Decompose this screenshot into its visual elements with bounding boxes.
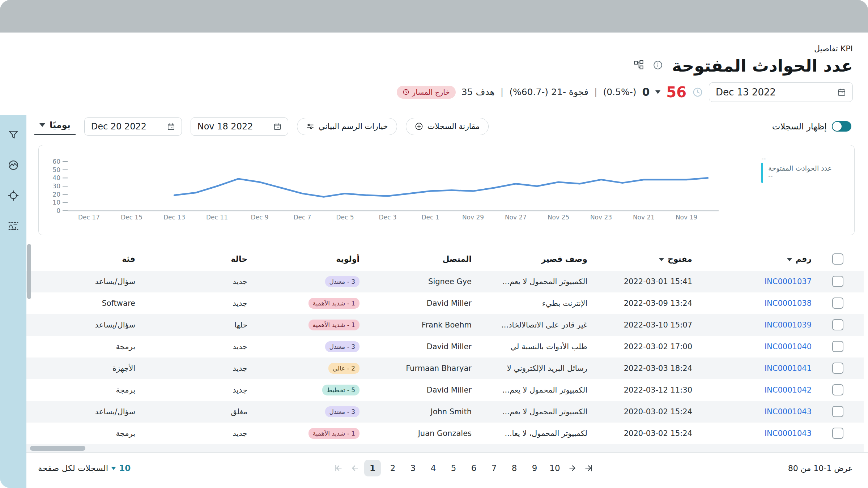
- table-row[interactable]: INC00010422022-03-12 11:30الكمبيوتر المح…: [26, 379, 864, 401]
- page-button[interactable]: 8: [506, 460, 523, 476]
- kpi-line-chart[interactable]: 0102030405060Dec 17Dec 15Dec 13Dec 11Dec…: [39, 145, 748, 234]
- show-records-toggle[interactable]: [832, 121, 851, 132]
- state-cell: جديد: [151, 336, 263, 358]
- threshold-icon[interactable]: [8, 221, 19, 231]
- first-page-icon[interactable]: [332, 462, 345, 474]
- chart-options-button[interactable]: خيارات الرسم البياني: [297, 118, 397, 135]
- sliders-icon: [306, 122, 314, 130]
- svg-text:Nov 29: Nov 29: [462, 214, 484, 221]
- page-button[interactable]: 10: [546, 460, 563, 476]
- info-icon[interactable]: [653, 60, 663, 71]
- state-cell: جديد: [151, 358, 263, 379]
- svg-text:Nov 19: Nov 19: [676, 214, 697, 221]
- incident-link[interactable]: INC0001042: [765, 386, 812, 394]
- vertical-scrollbar[interactable]: [27, 244, 31, 299]
- breakdown-hierarchy-icon[interactable]: [634, 60, 644, 72]
- caller-cell: David Miller: [427, 386, 472, 394]
- description-cell: الكمبيوتر المحمول لا يعم...: [488, 271, 603, 292]
- column-header-category[interactable]: فئة: [26, 248, 151, 271]
- page-button[interactable]: 3: [405, 460, 421, 476]
- row-checkbox[interactable]: [832, 276, 843, 287]
- priority-badge: 3 - معتدل: [325, 276, 359, 287]
- state-cell: جديد: [151, 423, 263, 444]
- page-button[interactable]: 6: [465, 460, 482, 476]
- legend-series-name[interactable]: عدد الحوادث المفتوحة: [768, 163, 832, 172]
- select-all-checkbox[interactable]: [832, 253, 843, 265]
- incident-link[interactable]: INC0001038: [765, 299, 812, 308]
- column-header-state[interactable]: حالة: [151, 248, 263, 271]
- legend-threshold-dashes: --: [768, 172, 832, 179]
- incident-link[interactable]: INC0001040: [765, 342, 812, 351]
- incident-link[interactable]: INC0001039: [765, 321, 812, 329]
- trend-icon[interactable]: [8, 160, 19, 171]
- table-row[interactable]: INC00010392022-03-10 15:07غير قادر على ا…: [26, 314, 864, 336]
- kpi-target: هدف 35: [461, 87, 495, 97]
- column-header-number[interactable]: رقم: [708, 248, 827, 271]
- previous-page-icon[interactable]: [348, 462, 361, 474]
- date-range-start-input[interactable]: Dec 20 2022: [84, 117, 182, 136]
- description-cell: الكمبيوتر المحمول لا يعم...: [488, 379, 603, 401]
- page-button[interactable]: 1: [364, 460, 381, 476]
- compare-records-button[interactable]: مقارنة السجلات: [406, 118, 489, 135]
- analytics-sidebar: [0, 115, 26, 488]
- svg-text:Dec 15: Dec 15: [121, 214, 142, 221]
- row-checkbox[interactable]: [832, 363, 843, 374]
- table-row[interactable]: INC00010402022-03-02 17:00طلب الأدوات با…: [26, 336, 864, 358]
- row-checkbox[interactable]: [832, 341, 843, 352]
- category-cell: Software: [26, 292, 151, 314]
- page-button[interactable]: 2: [384, 460, 401, 476]
- table-row[interactable]: INC00010382022-03-09 13:24الإنترنت بطيءD…: [26, 292, 864, 314]
- page-button[interactable]: 9: [526, 460, 543, 476]
- page-button[interactable]: 5: [445, 460, 462, 476]
- row-checkbox[interactable]: [832, 406, 843, 417]
- incident-link[interactable]: INC0001043: [765, 429, 812, 438]
- opened-cell: 2022-03-01 15:41: [624, 277, 692, 286]
- legend-target-dashes: --: [761, 155, 832, 162]
- caller-cell: Signee Gye: [428, 277, 472, 286]
- calendar-icon: [837, 88, 846, 97]
- table-row[interactable]: INC00010432020-03-02 15:24الكمبيوتر المح…: [26, 401, 864, 423]
- horizontal-scrollbar[interactable]: [30, 446, 85, 451]
- column-header-priority[interactable]: أولوية: [263, 248, 375, 271]
- column-header-description[interactable]: وصف قصير: [488, 248, 603, 271]
- kpi-value: 56: [666, 85, 686, 99]
- per-page-value[interactable]: 10: [119, 463, 131, 473]
- kpi-summary-row: Dec 13 2022 56 0 (-0.5%) | فجوة -21 (-60…: [34, 82, 853, 102]
- incident-link[interactable]: INC0001037: [765, 277, 812, 286]
- chevron-down-icon: [39, 123, 45, 127]
- svg-text:Dec 7: Dec 7: [293, 214, 311, 221]
- chevron-down-icon[interactable]: [111, 467, 116, 470]
- last-page-icon[interactable]: [583, 462, 595, 474]
- table-header-row: رقم مفتوح وصف قصير المتصل أولوية حالة فئ…: [26, 248, 864, 271]
- column-header-opened[interactable]: مفتوح: [603, 248, 708, 271]
- kpi-date-input[interactable]: Dec 13 2022: [709, 82, 853, 102]
- realtime-clock-icon[interactable]: [692, 87, 703, 98]
- incident-link[interactable]: INC0001043: [765, 407, 812, 416]
- row-checkbox[interactable]: [832, 384, 843, 395]
- filter-icon[interactable]: [8, 129, 19, 140]
- table-row[interactable]: INC00010432020-03-02 15:24لكمبيوتر المحم…: [26, 423, 864, 444]
- description-cell: الكمبيوتر المحمول لا يعم...: [488, 401, 603, 423]
- legend-series-swatch: [761, 163, 763, 183]
- status-badge: خارج المسار: [397, 86, 456, 99]
- next-page-icon[interactable]: [567, 462, 579, 474]
- row-checkbox[interactable]: [832, 428, 843, 439]
- date-range-end-input[interactable]: Nov 18 2022: [191, 117, 288, 136]
- svg-text:Nov 27: Nov 27: [505, 214, 527, 221]
- svg-text:Dec 9: Dec 9: [251, 214, 268, 221]
- column-header-caller[interactable]: المتصل: [375, 248, 488, 271]
- row-checkbox[interactable]: [832, 319, 843, 330]
- kpi-date-value: Dec 13 2022: [716, 87, 776, 98]
- per-page-label: السجلات لكل صفحة: [38, 463, 108, 473]
- description-cell: الإنترنت بطيء: [488, 292, 603, 314]
- frequency-dropdown[interactable]: يوميًا: [34, 118, 76, 135]
- toggle-knob: [833, 122, 842, 131]
- target-icon[interactable]: [8, 190, 19, 201]
- off-track-clock-icon: [403, 89, 409, 95]
- table-row[interactable]: INC00010372022-03-01 15:41الكمبيوتر المح…: [26, 271, 864, 292]
- page-button[interactable]: 4: [425, 460, 442, 476]
- row-checkbox[interactable]: [832, 297, 843, 309]
- table-row[interactable]: INC00010412022-03-03 18:24رسائل البريد ا…: [26, 358, 864, 379]
- page-button[interactable]: 7: [486, 460, 502, 476]
- incident-link[interactable]: INC0001041: [765, 364, 812, 373]
